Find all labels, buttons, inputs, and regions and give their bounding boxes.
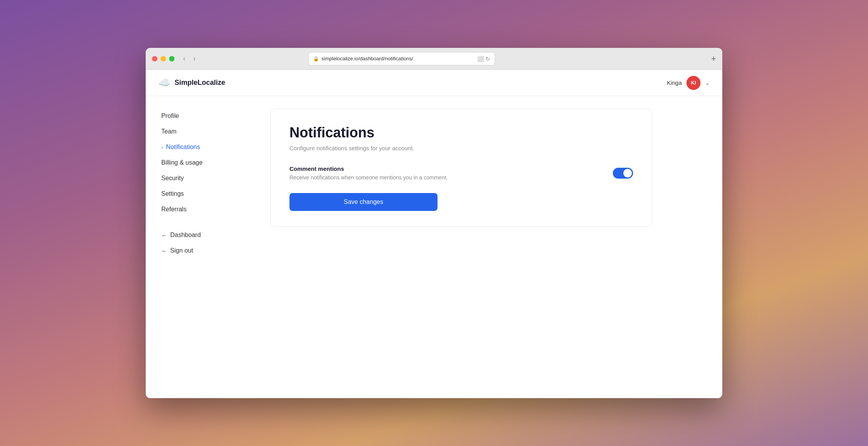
sidebar-item-label: Notifications: [166, 144, 200, 151]
traffic-lights: [152, 56, 175, 61]
setting-label: Comment mentions: [289, 165, 613, 172]
forward-button[interactable]: ›: [191, 54, 198, 63]
new-tab-button[interactable]: +: [711, 54, 716, 64]
sidebar-item-billing[interactable]: Billing & usage: [155, 155, 245, 170]
maximize-button[interactable]: [169, 56, 175, 61]
setting-info: Comment mentions Receive notifications w…: [289, 165, 613, 181]
chevron-right-icon: ›: [161, 144, 163, 150]
lock-icon: 🔒: [313, 56, 319, 61]
nav-buttons: ‹ ›: [181, 54, 198, 63]
arrow-left-icon: ←: [161, 232, 167, 239]
sidebar-link-label: Sign out: [170, 247, 193, 254]
browser-icons: ⬜ ↻: [477, 56, 490, 62]
comment-mentions-setting: Comment mentions Receive notifications w…: [289, 165, 633, 181]
toggle-thumb: [623, 169, 632, 177]
setting-description: Receive notifications when someone menti…: [289, 174, 613, 181]
app-content: ☁️ SimpleLocalize Kinga KI ⌄ Profile Tea…: [146, 70, 722, 398]
sidebar-item-referrals[interactable]: Referrals: [155, 202, 245, 217]
chevron-down-icon[interactable]: ⌄: [705, 80, 710, 86]
app-header: ☁️ SimpleLocalize Kinga KI ⌄: [146, 70, 722, 96]
sidebar-item-label: Profile: [161, 112, 179, 119]
avatar[interactable]: KI: [686, 76, 700, 90]
sidebar-item-label: Team: [161, 128, 176, 135]
page-title: Notifications: [289, 125, 633, 141]
toggle-track[interactable]: [613, 168, 633, 179]
logo-icon: ☁️: [158, 77, 171, 89]
sidebar-item-label: Security: [161, 175, 184, 182]
main-content: Notifications Configure notifications se…: [255, 96, 722, 398]
url-bar[interactable]: 🔒 simplelocalize.io/dashboard/notificati…: [308, 52, 495, 65]
save-changes-button[interactable]: Save changes: [289, 193, 438, 211]
sidebar-link-dashboard[interactable]: ← Dashboard: [155, 228, 245, 242]
arrow-left-icon: ←: [161, 248, 167, 254]
sidebar-item-profile[interactable]: Profile: [155, 109, 245, 123]
logo-area[interactable]: ☁️ SimpleLocalize: [158, 77, 225, 89]
comment-mentions-toggle[interactable]: [613, 168, 633, 179]
user-name: Kinga: [667, 79, 682, 86]
browser-titlebar: ‹ › 🔒 simplelocalize.io/dashboard/notifi…: [146, 48, 722, 70]
header-right: Kinga KI ⌄: [667, 76, 710, 90]
sidebar-item-notifications[interactable]: › Notifications: [155, 140, 245, 155]
sidebar-item-label: Billing & usage: [161, 159, 203, 166]
sidebar-bottom: ← Dashboard ← Sign out: [155, 228, 245, 258]
sidebar-nav: Profile Team › Notifications Billing & u…: [155, 109, 245, 217]
sidebar-item-security[interactable]: Security: [155, 171, 245, 186]
sidebar-link-signout[interactable]: ← Sign out: [155, 243, 245, 258]
browser-window: ‹ › 🔒 simplelocalize.io/dashboard/notifi…: [146, 48, 722, 398]
minimize-button[interactable]: [161, 56, 166, 61]
close-button[interactable]: [152, 56, 157, 61]
sidebar-link-label: Dashboard: [170, 232, 201, 239]
sidebar-item-settings[interactable]: Settings: [155, 186, 245, 201]
back-button[interactable]: ‹: [181, 54, 188, 63]
content-card: Notifications Configure notifications se…: [270, 109, 652, 227]
logo-text: SimpleLocalize: [175, 79, 225, 87]
sidebar-item-label: Referrals: [161, 206, 187, 213]
url-text: simplelocalize.io/dashboard/notification…: [321, 56, 475, 61]
sidebar: Profile Team › Notifications Billing & u…: [146, 96, 255, 398]
sidebar-item-team[interactable]: Team: [155, 124, 245, 139]
sidebar-item-label: Settings: [161, 190, 184, 197]
page-subtitle: Configure notifications settings for you…: [289, 145, 633, 151]
main-layout: Profile Team › Notifications Billing & u…: [146, 96, 722, 398]
